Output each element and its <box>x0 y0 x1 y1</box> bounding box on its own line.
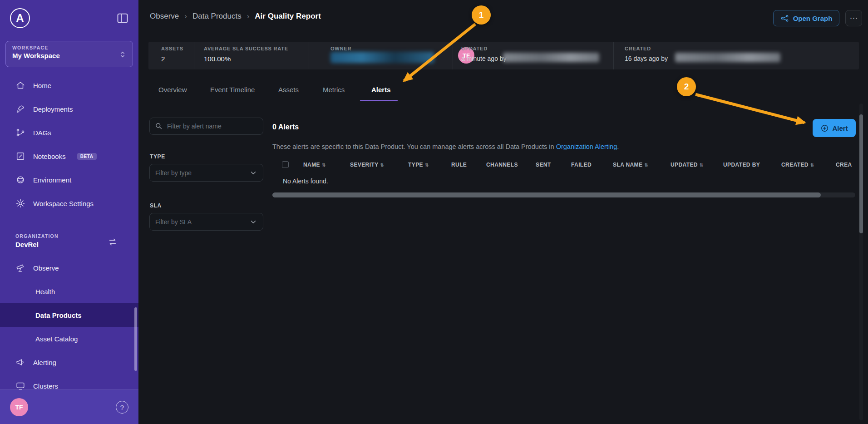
rocket-icon <box>15 104 25 114</box>
sidebar-item-workspace-settings[interactable]: Workspace Settings <box>0 192 138 215</box>
sidebar-item-label: Home <box>33 82 51 89</box>
updated-stat-value: a minute ago by <box>461 55 507 62</box>
telescope-icon <box>15 263 25 273</box>
user-avatar[interactable]: TF <box>10 398 28 416</box>
sidebar-item-environment[interactable]: Environment <box>0 168 138 192</box>
app-logo[interactable]: A <box>10 8 30 28</box>
help-icon[interactable]: ? <box>116 401 128 414</box>
sort-icon: ⇅ <box>644 163 648 168</box>
sidebar-item-label: Deployments <box>33 105 73 113</box>
alert-search-input[interactable] <box>149 118 263 135</box>
sort-icon: ⇅ <box>425 163 429 168</box>
add-alert-button[interactable]: Alert <box>813 119 856 137</box>
sidebar-item-label: Clusters <box>33 382 58 390</box>
stats-band: ASSETS 2 AVERAGE SLA SUCCESS RATE 100.00… <box>148 42 859 69</box>
annotation-step-2-number: 2 <box>684 82 689 92</box>
sidebar-item-alerting[interactable]: Alerting <box>0 350 138 374</box>
column-header-updated[interactable]: UPDATED ⇅ <box>671 162 704 168</box>
breadcrumb-observe[interactable]: Observe <box>150 12 179 21</box>
column-label: RULE <box>451 162 467 168</box>
divider <box>613 42 614 69</box>
search-icon <box>154 122 163 130</box>
column-header-severity[interactable]: SEVERITY ⇅ <box>350 162 384 168</box>
breadcrumb-current-page: Air Quality Report <box>255 12 321 21</box>
alert-search <box>149 118 263 135</box>
sidebar-collapse-icon[interactable] <box>116 12 129 25</box>
created-stat-value: 16 days ago by <box>625 55 668 62</box>
vertical-scrollbar-thumb[interactable] <box>859 114 863 233</box>
column-label: UPDATED BY <box>723 162 760 168</box>
column-header-created-by-truncated[interactable]: CREA <box>836 162 852 168</box>
sidebar-item-deployments[interactable]: Deployments <box>0 97 138 121</box>
sort-icon: ⇅ <box>810 163 814 168</box>
column-label: SLA NAME <box>613 162 642 168</box>
column-header-sla-name[interactable]: SLA NAME ⇅ <box>613 162 648 168</box>
organization-alerting-link[interactable]: Organization Alerting <box>556 143 617 150</box>
assets-stat-label: ASSETS <box>161 46 183 51</box>
column-header-rule[interactable]: RULE <box>451 162 467 168</box>
workspace-name: My Workspace <box>12 52 126 59</box>
annotation-step-1-number: 1 <box>479 10 484 20</box>
workspace-selector[interactable]: WORKSPACE My Workspace <box>5 41 133 67</box>
open-graph-label: Open Graph <box>793 15 833 22</box>
updated-by-redacted-value <box>503 53 599 62</box>
owner-redacted-value <box>330 52 434 63</box>
open-graph-button[interactable]: Open Graph <box>773 10 839 26</box>
sidebar-item-dags[interactable]: DAGs <box>0 121 138 144</box>
gear-icon <box>15 198 25 208</box>
sidebar-item-notebooks[interactable]: Notebooks BETA <box>0 144 138 168</box>
sidebar-item-data-products[interactable]: Data Products <box>0 303 138 327</box>
sidebar-item-label: Environment <box>33 176 71 184</box>
divider <box>194 42 194 69</box>
column-header-channels[interactable]: CHANNELS <box>486 162 518 168</box>
breadcrumb: Observe › Data Products › Air Quality Re… <box>150 12 321 21</box>
tab-event-timeline[interactable]: Event Timeline <box>210 86 255 94</box>
ellipsis-icon: ⋯ <box>850 13 858 23</box>
sidebar-item-asset-catalog[interactable]: Asset Catalog <box>0 327 138 350</box>
home-icon <box>15 80 25 90</box>
organization-header: ORGANIZATION DevRel <box>15 233 124 248</box>
annotation-step-2: 2 <box>677 77 696 96</box>
sidebar-item-health[interactable]: Health <box>0 280 138 303</box>
notebook-icon <box>15 151 25 161</box>
horizontal-scrollbar-track[interactable] <box>272 192 855 197</box>
column-header-name[interactable]: NAME ⇅ <box>303 162 326 168</box>
column-label: TYPE <box>408 162 423 168</box>
workspace-nav: Home Deployments DAGs Notebooks BETA Env… <box>0 74 138 215</box>
tab-bar: Overview Event Timeline Assets Metrics A… <box>138 83 868 101</box>
sla-filter-placeholder: Filter by SLA <box>155 218 192 226</box>
select-chevrons-icon <box>118 49 127 59</box>
column-header-sent[interactable]: SENT <box>536 162 551 168</box>
help-glyph: ? <box>120 404 124 411</box>
column-header-type[interactable]: TYPE ⇅ <box>408 162 429 168</box>
column-header-failed[interactable]: FAILED <box>571 162 592 168</box>
breadcrumb-data-products[interactable]: Data Products <box>192 12 242 21</box>
tab-alerts[interactable]: Alerts <box>371 86 391 94</box>
sidebar-item-label: Workspace Settings <box>33 200 94 207</box>
sidebar-item-label: Alerting <box>33 359 56 366</box>
sidebar-item-observe[interactable]: Observe <box>0 256 138 280</box>
tab-overview[interactable]: Overview <box>158 86 187 94</box>
alerts-count-title: 0 Alerts <box>272 123 299 131</box>
vertical-scrollbar-track[interactable] <box>859 104 863 420</box>
created-stat-label: CREATED <box>625 46 651 51</box>
sidebar-item-home[interactable]: Home <box>0 74 138 97</box>
column-header-created[interactable]: CREATED ⇅ <box>781 162 814 168</box>
sidebar-scrollbar[interactable] <box>134 307 137 371</box>
more-options-button[interactable]: ⋯ <box>845 10 862 26</box>
sort-icon: ⇅ <box>700 163 704 168</box>
chevron-down-icon <box>249 218 257 226</box>
type-filter-label: TYPE <box>150 153 165 160</box>
column-header-updated-by[interactable]: UPDATED BY <box>723 162 760 168</box>
environment-icon <box>15 175 25 185</box>
column-label: SENT <box>536 162 551 168</box>
sidebar-item-label: DAGs <box>33 129 51 137</box>
horizontal-scrollbar-thumb[interactable] <box>272 192 821 197</box>
sla-filter-dropdown[interactable]: Filter by SLA <box>149 213 263 231</box>
tab-metrics[interactable]: Metrics <box>323 86 345 94</box>
tab-assets[interactable]: Assets <box>278 86 299 94</box>
sort-icon: ⇅ <box>322 163 326 168</box>
user-avatar-initials: TF <box>15 404 23 411</box>
column-label: NAME <box>303 162 320 168</box>
switch-organization-icon[interactable] <box>107 237 118 247</box>
